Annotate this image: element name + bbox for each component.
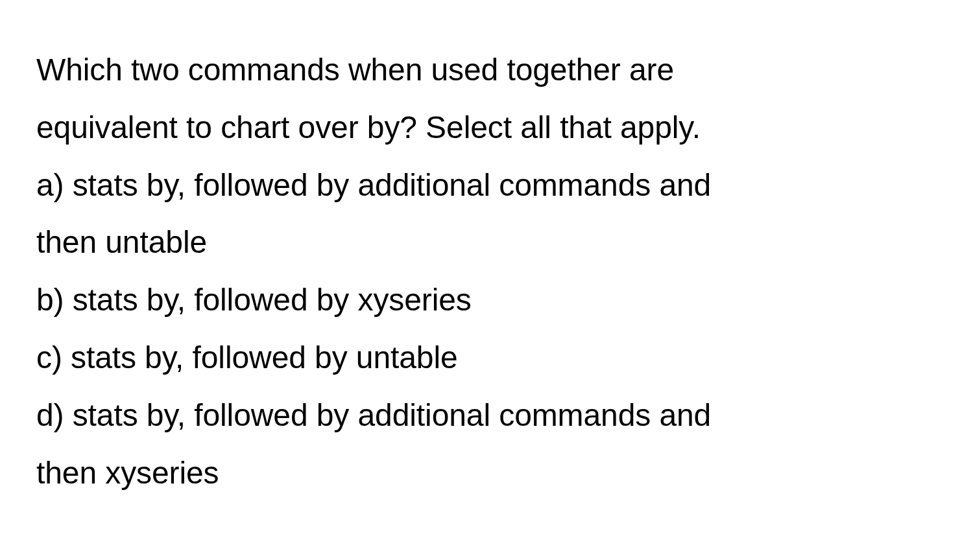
option-a-line2: then untable [36,214,937,272]
question-text-line2: equivalent to chart over by? Select all … [36,99,937,157]
option-d-line2: then xyseries [36,445,937,502]
question-block: Which two commands when used together ar… [0,0,973,502]
option-a-line1: a) stats by, followed by additional comm… [36,157,937,215]
option-b: b) stats by, followed by xyseries [36,272,937,329]
option-c: c) stats by, followed by untable [36,329,937,387]
option-d-line1: d) stats by, followed by additional comm… [36,387,937,445]
question-text-line1: Which two commands when used together ar… [36,41,937,99]
